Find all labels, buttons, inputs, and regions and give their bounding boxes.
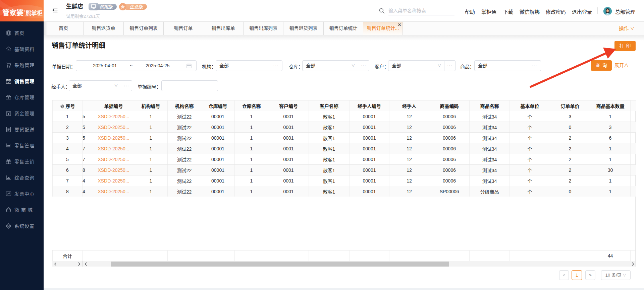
svg-text:试用版: 试用版: [99, 4, 113, 9]
svg-text:企业版: 企业版: [129, 4, 144, 9]
